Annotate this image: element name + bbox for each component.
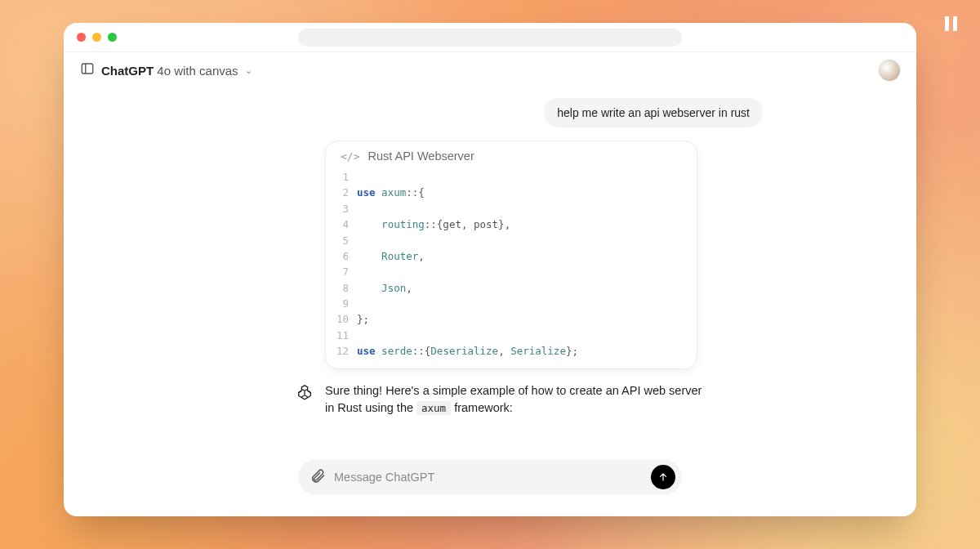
background: ChatGPT 4o with canvas ⌄ help me write a… [0,0,980,549]
send-button[interactable] [651,465,675,489]
chat-area: help me write an api webserver in rust <… [64,88,916,516]
assistant-message: Sure thing! Here's a simple example of h… [296,382,704,417]
avatar[interactable] [879,60,900,81]
minimize-icon[interactable] [92,33,101,42]
code-content: use axum::{ routing::{get, post}, Router… [357,169,697,362]
code-icon: </> [341,150,359,163]
maximize-icon[interactable] [108,33,117,42]
window-controls[interactable] [77,33,117,42]
attach-icon[interactable] [310,467,326,487]
close-icon[interactable] [77,33,86,42]
line-gutter: 12345678910111213141516 [326,169,357,362]
composer[interactable]: Message ChatGPT [298,459,682,495]
svg-rect-0 [82,64,93,74]
code-block: 12345678910111213141516 use axum::{ rout… [326,166,697,362]
address-bar[interactable] [298,29,682,47]
composer-placeholder[interactable]: Message ChatGPT [334,471,643,484]
user-message: help me write an api webserver in rust [544,98,763,127]
sidebar-toggle-icon[interactable] [80,61,95,79]
assistant-text: Sure thing! Here's a simple example of h… [325,382,704,417]
pause-button[interactable] [945,16,957,31]
model-selector[interactable]: ChatGPT 4o with canvas ⌄ [80,61,252,79]
model-name: ChatGPT 4o with canvas [101,64,238,78]
canvas-card[interactable]: </> Rust API Webserver 12345678910111213… [325,141,697,369]
titlebar [64,23,916,52]
app-header: ChatGPT 4o with canvas ⌄ [64,52,916,88]
openai-logo-icon [296,384,314,402]
app-window: ChatGPT 4o with canvas ⌄ help me write a… [64,23,916,516]
canvas-header: </> Rust API Webserver [326,141,697,166]
canvas-title: Rust API Webserver [368,150,474,163]
chevron-down-icon: ⌄ [245,65,252,76]
